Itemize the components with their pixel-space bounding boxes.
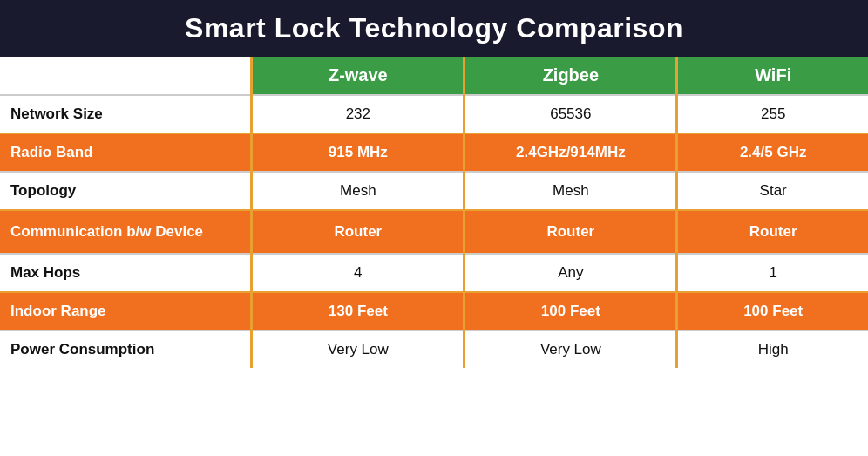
table-row-topology: TopologyMeshMeshStar <box>0 172 868 210</box>
cell-zwave-communication: Router <box>252 210 465 254</box>
cell-label-topology: Topology <box>0 172 252 210</box>
comparison-table: Z-wave Zigbee WiFi Network Size232655362… <box>0 57 868 368</box>
cell-zwave-max-hops: 4 <box>252 254 465 292</box>
cell-wifi-network-size: 255 <box>677 95 868 133</box>
cell-label-max-hops: Max Hops <box>0 254 252 292</box>
table-row-power-consumption: Power ConsumptionVery LowVery LowHigh <box>0 330 868 368</box>
table-row-network-size: Network Size23265536255 <box>0 95 868 133</box>
cell-zigbee-power-consumption: Very Low <box>465 330 677 368</box>
cell-label-indoor-range: Indoor Range <box>0 292 252 330</box>
cell-zigbee-communication: Router <box>465 210 677 254</box>
page-title: Smart Lock Technology Comparison <box>0 0 868 57</box>
cell-zigbee-indoor-range: 100 Feet <box>465 292 677 330</box>
cell-wifi-radio-band: 2.4/5 GHz <box>677 133 868 172</box>
cell-zwave-power-consumption: Very Low <box>252 330 465 368</box>
cell-wifi-topology: Star <box>677 172 868 210</box>
table-header-row: Z-wave Zigbee WiFi <box>0 57 868 95</box>
cell-wifi-power-consumption: High <box>677 330 868 368</box>
cell-zigbee-network-size: 65536 <box>465 95 677 133</box>
cell-zwave-radio-band: 915 MHz <box>252 133 465 172</box>
cell-label-communication: Communication b/w Device <box>0 210 252 254</box>
table-row-indoor-range: Indoor Range130 Feet100 Feet100 Feet <box>0 292 868 330</box>
table-row-max-hops: Max Hops4Any1 <box>0 254 868 292</box>
cell-wifi-communication: Router <box>677 210 868 254</box>
table-row-radio-band: Radio Band915 MHz2.4GHz/914MHz2.4/5 GHz <box>0 133 868 172</box>
cell-zwave-network-size: 232 <box>252 95 465 133</box>
header-zwave: Z-wave <box>252 57 465 95</box>
cell-zigbee-radio-band: 2.4GHz/914MHz <box>465 133 677 172</box>
cell-zigbee-max-hops: Any <box>465 254 677 292</box>
cell-zwave-indoor-range: 130 Feet <box>252 292 465 330</box>
cell-wifi-max-hops: 1 <box>677 254 868 292</box>
cell-zigbee-topology: Mesh <box>465 172 677 210</box>
cell-wifi-indoor-range: 100 Feet <box>677 292 868 330</box>
cell-zwave-topology: Mesh <box>252 172 465 210</box>
header-label <box>0 57 252 95</box>
header-zigbee: Zigbee <box>465 57 677 95</box>
header-wifi: WiFi <box>677 57 868 95</box>
comparison-container: Smart Lock Technology Comparison Z-wave … <box>0 0 868 368</box>
cell-label-network-size: Network Size <box>0 95 252 133</box>
table-row-communication: Communication b/w DeviceRouterRouterRout… <box>0 210 868 254</box>
cell-label-radio-band: Radio Band <box>0 133 252 172</box>
cell-label-power-consumption: Power Consumption <box>0 330 252 368</box>
